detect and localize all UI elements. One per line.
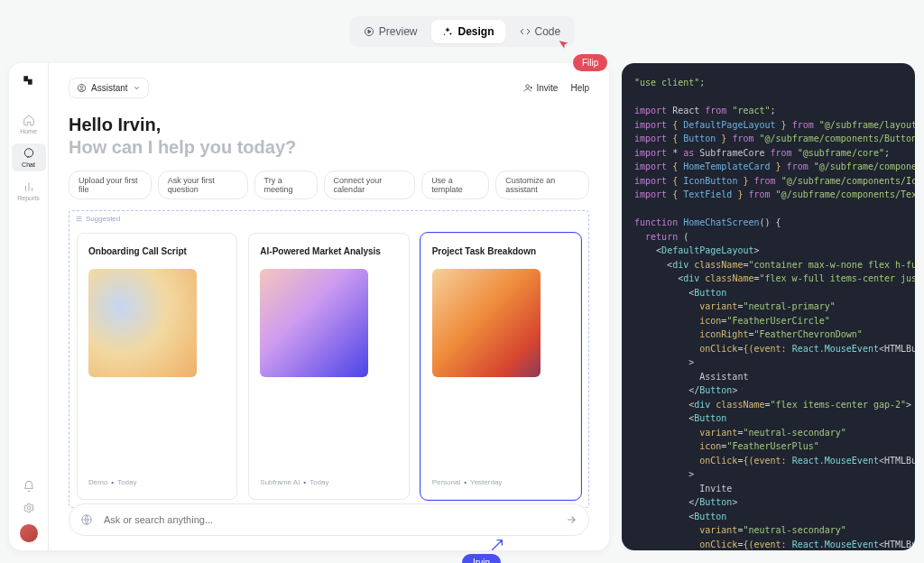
chip[interactable]: Customize an assistant <box>495 171 589 199</box>
cursor-filip <box>557 37 571 51</box>
svg-point-2 <box>27 506 31 510</box>
home-icon <box>23 114 35 126</box>
assistant-dropdown[interactable]: Assistant <box>69 78 149 98</box>
card-meta: Subframe AI•Today <box>260 478 397 486</box>
list-icon <box>75 215 83 223</box>
view-mode-tabs: Preview Design Code <box>349 16 575 47</box>
tab-label: Design <box>457 25 494 38</box>
notifications-button[interactable] <box>23 480 35 493</box>
card-meta: Personal•Yesterday <box>432 478 569 486</box>
greeting-line-2: How can I help you today? <box>69 137 589 158</box>
settings-button[interactable] <box>23 502 35 514</box>
chat-icon <box>23 147 35 160</box>
arrow-right-icon <box>565 513 578 526</box>
suggested-label: Suggested <box>75 215 120 223</box>
nav-label: Chat <box>22 162 35 168</box>
nav-home[interactable]: Home <box>12 110 46 138</box>
code-icon <box>520 26 531 37</box>
bar-chart-icon <box>23 180 35 193</box>
sidebar: Home Chat Reports <box>9 63 49 550</box>
nav-label: Home <box>20 128 37 134</box>
design-canvas: Home Chat Reports Assistant <box>9 63 609 550</box>
greeting-line-1: Hello Irvin, <box>69 115 589 135</box>
cursor-label-filip: Filip <box>573 54 607 71</box>
template-card-onboarding[interactable]: Onboarding Call Script Demo•Today <box>77 233 237 500</box>
search-bar <box>69 503 589 536</box>
app-logo <box>22 74 36 88</box>
nav-reports[interactable]: Reports <box>12 177 46 205</box>
help-label: Help <box>570 83 589 93</box>
svg-point-1 <box>24 149 32 157</box>
card-preview <box>432 269 541 377</box>
tab-label: Code <box>535 25 561 38</box>
chip[interactable]: Connect your calendar <box>324 171 416 199</box>
invite-label: Invite <box>537 83 559 93</box>
bell-icon <box>23 480 35 493</box>
card-title: AI-Powered Market Analysis <box>260 246 397 256</box>
globe-icon <box>80 513 93 526</box>
sparkle-icon <box>442 26 453 37</box>
template-card-market-analysis[interactable]: AI-Powered Market Analysis Subframe AI•T… <box>248 233 409 500</box>
help-button[interactable]: Help <box>570 83 589 93</box>
gear-icon <box>23 502 35 514</box>
play-icon <box>364 26 374 37</box>
suggested-section: Suggested Onboarding Call Script Demo•To… <box>69 210 589 508</box>
assistant-label: Assistant <box>91 83 128 93</box>
user-circle-icon <box>77 83 87 93</box>
invite-button[interactable]: Invite <box>523 83 559 93</box>
template-card-task-breakdown[interactable]: Project Task Breakdown Personal•Yesterda… <box>420 233 581 500</box>
user-plus-icon <box>523 83 533 93</box>
card-preview <box>260 269 368 377</box>
svg-point-5 <box>525 85 529 88</box>
chip[interactable]: Upload your first file <box>69 171 152 199</box>
chip[interactable]: Try a meeting <box>254 171 318 199</box>
tab-design[interactable]: Design <box>431 20 504 43</box>
nav-chat[interactable]: Chat <box>12 143 46 171</box>
user-avatar[interactable] <box>19 523 39 543</box>
cursor-irvin <box>490 538 504 552</box>
cursor-label-irvin: Irvin <box>462 554 501 563</box>
card-title: Onboarding Call Script <box>88 246 226 256</box>
nav-label: Reports <box>17 195 40 201</box>
chip[interactable]: Use a template <box>421 171 489 199</box>
chevron-down-icon <box>133 84 141 92</box>
tab-preview[interactable]: Preview <box>353 20 429 43</box>
submit-button[interactable] <box>565 513 578 526</box>
tab-label: Preview <box>379 25 418 38</box>
suggestion-chips: Upload your first file Ask your first qu… <box>69 171 589 199</box>
svg-point-4 <box>80 86 83 88</box>
card-title: Project Task Breakdown <box>432 246 569 256</box>
card-preview <box>88 269 197 377</box>
search-input[interactable] <box>102 513 556 526</box>
code-preview: "use client"; import React from "react";… <box>622 63 915 550</box>
chip[interactable]: Ask your first question <box>158 171 248 199</box>
card-meta: Demo•Today <box>88 478 226 486</box>
